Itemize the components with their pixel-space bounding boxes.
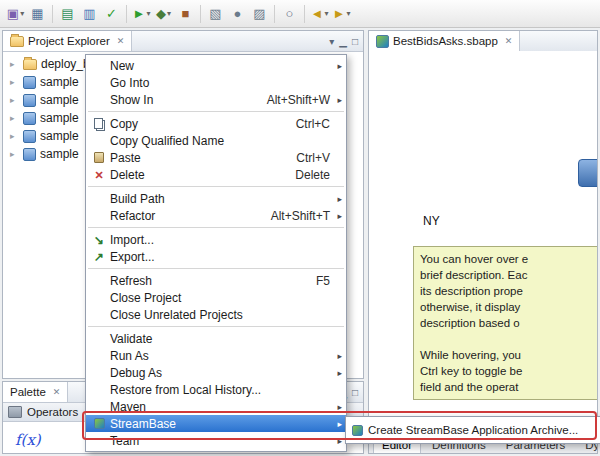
minimize-icon[interactable]: ▁ [339, 36, 347, 47]
menu-item-export[interactable]: Export... [86, 248, 346, 265]
menu-item-run-as[interactable]: Run As▸ [86, 347, 346, 364]
new-streambase-project-icon[interactable]: ▤ [57, 4, 78, 24]
close-icon[interactable]: ✕ [117, 36, 125, 46]
palette-title: Palette [10, 386, 46, 398]
menu-item-accelerator: Ctrl+C [278, 117, 330, 131]
menu-item-label: Restore from Local History... [110, 383, 261, 397]
hover-tooltip: You can hover over ebrief description. E… [413, 246, 597, 400]
close-icon[interactable]: ✕ [53, 387, 61, 397]
expand-icon[interactable]: ▸ [10, 113, 19, 123]
menu-item-delete[interactable]: DeleteDelete [86, 166, 346, 183]
menu-item-maven[interactable]: Maven▸ [86, 398, 346, 415]
project-explorer-icon [10, 36, 24, 47]
submenu-item-label: Create StreamBase Application Archive... [368, 424, 578, 436]
menu-item-refactor[interactable]: RefactorAlt+Shift+T▸ [86, 207, 346, 224]
submenu-arrow-icon: ▸ [330, 368, 342, 378]
menu-item-label: Build Path [110, 192, 165, 206]
view-menu-icon[interactable]: ▾ [329, 36, 334, 47]
maximize-icon[interactable]: □ [352, 36, 358, 47]
trace-debug-icon[interactable]: ■ [175, 4, 196, 24]
paste-icon [90, 152, 108, 163]
menu-item-go-into[interactable]: Go Into [86, 74, 346, 91]
expand-icon[interactable]: ▸ [10, 95, 19, 105]
maximize-icon[interactable]: □ [352, 387, 358, 398]
menu-item-label: Team [110, 434, 139, 448]
streambase-icon [90, 418, 108, 429]
menu-item-streambase[interactable]: StreamBase▸ [86, 415, 346, 432]
menu-item-import[interactable]: Import... [86, 231, 346, 248]
menu-item-new[interactable]: New▸ [86, 57, 346, 74]
submenu-arrow-icon: ▸ [330, 419, 342, 429]
editor-tab-bestbidsasks[interactable]: BestBidsAsks.sbapp ✕ [369, 31, 520, 51]
menu-item-build-path[interactable]: Build Path▸ [86, 190, 346, 207]
menu-item-refresh[interactable]: RefreshF5 [86, 272, 346, 289]
operators-grid-icon [8, 406, 22, 418]
menu-item-show-in[interactable]: Show InAlt+Shift+W▸ [86, 91, 346, 108]
back-icon[interactable]: ◄ [309, 4, 330, 24]
typecheck-icon[interactable]: ✓ [101, 4, 122, 24]
run-icon[interactable]: ► [131, 4, 152, 24]
menu-item-accelerator: Ctrl+V [278, 151, 330, 165]
new-streambase-application-icon[interactable]: ▥ [79, 4, 100, 24]
tree-item-label: sample [40, 93, 79, 107]
menu-item-debug-as[interactable]: Debug As▸ [86, 364, 346, 381]
tooltip-line [420, 331, 597, 347]
menu-item-team[interactable]: Team▸ [86, 432, 346, 449]
toolbar-separator [52, 5, 53, 23]
tree-item-label: sample [40, 75, 79, 89]
save-icon[interactable]: ▦ [27, 4, 48, 24]
tree-item-label: sample [40, 111, 79, 125]
canvas-grid-icon[interactable]: ▧ [205, 4, 226, 24]
expand-icon[interactable]: ▸ [10, 77, 19, 87]
expand-icon[interactable]: ▸ [10, 131, 19, 141]
project-explorer-title: Project Explorer [28, 35, 110, 47]
menu-item-accelerator: Alt+Shift+W [249, 93, 330, 107]
new-wizard-icon[interactable]: ▣ [5, 4, 26, 24]
submenu-arrow-icon: ▸ [330, 402, 342, 412]
menu-item-accelerator: Delete [277, 168, 330, 182]
menu-item-copy-qualified-name[interactable]: Copy Qualified Name [86, 132, 346, 149]
menu-item-label: Delete [110, 168, 145, 182]
tooltip-line: field and the operat [420, 379, 597, 395]
menu-item-restore-from-local-history[interactable]: Restore from Local History... [86, 381, 346, 398]
toolbar-separator [304, 5, 305, 23]
input-stream-node[interactable] [578, 159, 597, 187]
tooltip-line: description based o [420, 315, 597, 331]
toolbar-separator [274, 5, 275, 23]
close-icon[interactable]: ✕ [505, 36, 513, 46]
forward-icon[interactable]: ► [331, 4, 352, 24]
menu-separator [88, 111, 344, 112]
menu-item-paste[interactable]: PasteCtrl+V [86, 149, 346, 166]
menu-item-label: Validate [110, 332, 152, 346]
submenu-item-create-streambase-application-archive[interactable]: Create StreamBase Application Archive... [348, 419, 598, 441]
tooltip-text: You can hover over ebrief description. E… [420, 251, 597, 395]
menu-item-label: Refactor [110, 209, 155, 223]
main-toolbar: ▣▦▤▥✓►◆■▧●▨○◄► [0, 0, 600, 28]
palette-tab[interactable]: Palette ✕ [3, 382, 68, 402]
layout-icon[interactable]: ▨ [249, 4, 270, 24]
project-icon [23, 148, 36, 161]
menu-item-close-unrelated-projects[interactable]: Close Unrelated Projects [86, 306, 346, 323]
menu-item-validate[interactable]: Validate [86, 330, 346, 347]
menu-item-label: Paste [110, 151, 141, 165]
menu-item-label: Copy [110, 117, 138, 131]
menu-item-label: Close Project [110, 291, 181, 305]
menu-item-close-project[interactable]: Close Project [86, 289, 346, 306]
debug-icon[interactable]: ◆ [153, 4, 174, 24]
menu-item-accelerator: F5 [298, 274, 330, 288]
menu-item-label: StreamBase [110, 417, 176, 431]
submenu-arrow-icon: ▸ [330, 61, 342, 71]
submenu-arrow-icon: ▸ [330, 194, 342, 204]
zoom-icon[interactable]: ● [227, 4, 248, 24]
project-explorer-header-icons: ▾▁□ [329, 36, 363, 47]
expand-icon[interactable]: ▸ [10, 59, 19, 69]
menu-item-label: Debug As [110, 366, 162, 380]
project-explorer-tab[interactable]: Project Explorer ✕ [3, 31, 132, 51]
menu-item-copy[interactable]: CopyCtrl+C [86, 115, 346, 132]
expand-icon[interactable]: ▸ [10, 149, 19, 159]
project-explorer-header: Project Explorer ✕ ▾▁□ [3, 31, 363, 52]
menu-item-label: Maven [110, 400, 146, 414]
menu-separator [88, 326, 344, 327]
search-icon[interactable]: ○ [279, 4, 300, 24]
editor-tab-bar: BestBidsAsks.sbapp ✕ [369, 31, 597, 52]
